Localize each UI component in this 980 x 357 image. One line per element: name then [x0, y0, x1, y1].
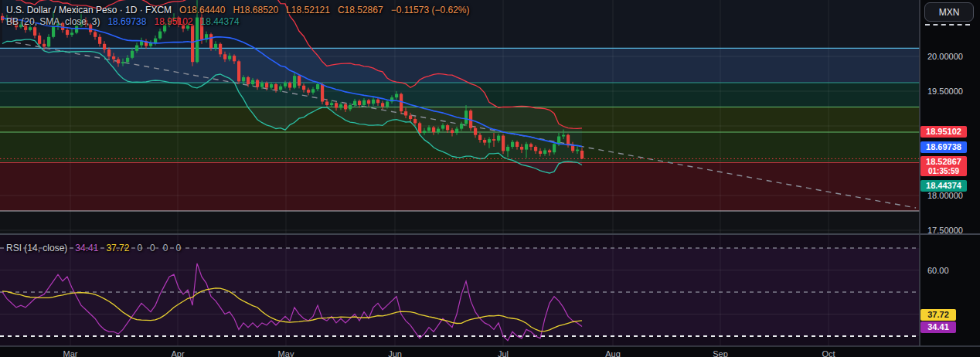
bb-indicator-label: BB (20, SMA, close, 3)	[6, 16, 100, 27]
price-badge-18.52867: 18.5286701:35:59	[920, 156, 967, 176]
bb-value-2: 18.44374	[201, 16, 240, 27]
scale-label-60.00: 60.00	[927, 266, 949, 275]
rsi-indicator-label: RSI (14, close)	[6, 243, 67, 253]
price-badge-34.41: 34.41	[920, 321, 956, 333]
ohlc-value-o: O18.64440	[179, 5, 225, 15]
rsi-value-5: 0	[175, 243, 181, 253]
month-label-Jun: Jun	[388, 349, 402, 357]
bb-indicator-legend[interactable]: BB (20, SMA, close, 3)18.6973818.9510218…	[6, 16, 240, 27]
rsi-value-2: 0	[137, 243, 142, 253]
price-badge-18.44374: 18.44374	[920, 180, 967, 192]
bar-countdown: 01:35:59	[920, 167, 967, 175]
scale-label-20.00000: 20.00000	[927, 52, 963, 61]
month-label-Mar: Mar	[63, 349, 78, 357]
hidden-price-label-dashes	[925, 24, 970, 26]
symbol-title[interactable]: U.S. Dollar / Mexican Peso · 1D · FXCM	[6, 5, 172, 15]
scale-label-18.00000: 18.00000	[927, 191, 963, 200]
ohlc-value-h: H18.68520	[233, 5, 278, 15]
symbol-header: U.S. Dollar / Mexican Peso · 1D · FXCMO1…	[6, 5, 469, 15]
scale-label-17.50000: 17.50000	[927, 226, 963, 235]
month-label-Jul: Jul	[498, 349, 509, 357]
month-label-Apr: Apr	[171, 349, 184, 357]
price-badge-18.69738: 18.69738	[920, 141, 967, 153]
rsi-value-0: 34.41	[75, 243, 98, 253]
ohlc-values: O18.64440H18.68520L18.52121C18.52867−0.1…	[172, 5, 469, 15]
change-value: −0.11573 (−0.62%)	[391, 5, 470, 15]
rsi-indicator-legend[interactable]: RSI (14, close)34.4137.720000	[6, 243, 181, 253]
scale-label-19.50000: 19.50000	[927, 87, 963, 96]
rsi-value-4: 0	[163, 243, 168, 253]
currency-toggle-button[interactable]: MXN	[924, 2, 974, 22]
ohlc-value-c: C18.52867	[338, 5, 383, 15]
chart-window: U.S. Dollar / Mexican Peso · 1D · FXCMO1…	[0, 0, 980, 357]
bb-indicator-values: 18.6973818.9510218.44374	[100, 16, 239, 27]
chart-canvas[interactable]	[0, 0, 980, 357]
month-label-Sep: Sep	[713, 349, 728, 357]
rsi-value-1: 37.72	[106, 243, 129, 253]
price-badge-18.95102: 18.95102	[920, 126, 967, 138]
ohlc-value-l: L18.52121	[286, 5, 330, 15]
month-label-Oct: Oct	[822, 349, 835, 357]
rsi-value-3: 0	[150, 243, 155, 253]
month-label-Aug: Aug	[605, 349, 621, 357]
rsi-indicator-values: 34.4137.720000	[67, 243, 181, 253]
price-badge-37.72: 37.72	[920, 309, 956, 321]
bb-value-0: 18.69738	[107, 16, 146, 27]
month-label-May: May	[278, 349, 294, 357]
bb-value-1: 18.95102	[154, 16, 192, 27]
